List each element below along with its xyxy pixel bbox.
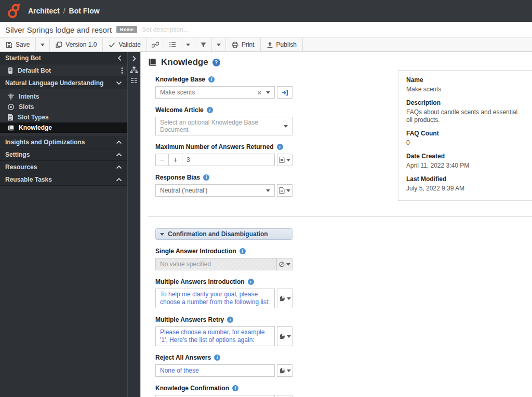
single-answer-mode-button[interactable] (277, 258, 292, 270)
save-icon (6, 42, 12, 48)
max-answers-input[interactable]: 3 (182, 154, 275, 166)
sidebar-section-resources[interactable]: Resources (0, 161, 127, 173)
response-bias-select[interactable]: Neutral ('neutral') (155, 184, 275, 197)
home-badge: Home (116, 26, 137, 33)
decrement-button[interactable]: − (155, 154, 169, 166)
info-icon[interactable]: i (203, 174, 209, 181)
info-label: Last Modified (406, 175, 525, 183)
filter-menu-button[interactable] (212, 38, 226, 51)
list-menu-button[interactable] (181, 38, 195, 51)
info-icon[interactable]: i (207, 107, 213, 113)
chevron-down-icon (287, 369, 291, 372)
info-icon[interactable]: i (240, 248, 246, 254)
copy-link-button[interactable] (147, 38, 164, 51)
info-value: Make scents (406, 86, 525, 93)
chevron-up-icon (116, 140, 122, 144)
info-icon[interactable]: i (248, 279, 254, 285)
book-icon (148, 58, 157, 66)
sidebar-section-settings[interactable]: Settings (0, 148, 127, 161)
welcome-article-select[interactable]: Select an optional Knowledge Base Docume… (155, 117, 292, 135)
app-name[interactable]: Architect (28, 7, 60, 15)
chevron-up-icon (116, 153, 122, 157)
sidebar: Starting Bot Default Bot Natural Languag… (0, 52, 127, 397)
reject-all-label: Reject All Answers i (155, 354, 292, 361)
confirmation-section-header[interactable]: Confirmation and Disambiguation (155, 228, 292, 240)
multiple-intro-field[interactable]: To help me clarify your goal, please cho… (155, 289, 275, 308)
list-view-button[interactable] (164, 38, 181, 51)
set-description-link[interactable]: Set description... (142, 26, 188, 33)
single-answer-field[interactable]: No value specified (155, 258, 277, 270)
go-to-icon (281, 89, 288, 96)
flow-title-bar: Silver Springs lodge and resort Home Set… (0, 22, 532, 38)
chevron-down-icon (286, 159, 290, 161)
help-icon[interactable]: ? (212, 59, 220, 66)
multiple-intro-mode-button[interactable] (277, 289, 292, 308)
org-chart-icon[interactable] (130, 66, 138, 74)
info-icon[interactable]: i (232, 385, 238, 391)
chevron-down-icon (286, 189, 290, 192)
expand-panel-button[interactable] (132, 56, 137, 62)
flow-title: Silver Springs lodge and resort (5, 25, 112, 34)
grid-icon[interactable] (131, 78, 137, 84)
response-bias-mode-button[interactable] (277, 184, 292, 197)
breadcrumb-separator: / (63, 7, 65, 15)
sidebar-item-slot-types[interactable]: Slot Types (0, 112, 127, 122)
kebab-menu-icon[interactable] (121, 67, 123, 74)
chevron-down-icon (266, 189, 270, 192)
panel-tools (130, 66, 138, 84)
max-answers-mode-button[interactable] (277, 154, 292, 166)
knowledge-base-select[interactable]: Make scents × (155, 86, 275, 99)
version-button[interactable]: Version 1.0 (50, 38, 103, 51)
filter-button[interactable] (195, 38, 212, 51)
breadcrumb-page: Bot Flow (69, 7, 100, 15)
save-button[interactable]: Save (0, 38, 36, 51)
chevron-down-icon (41, 44, 45, 46)
sidebar-section-reusable-tasks[interactable]: Reusable Tasks (0, 173, 127, 186)
validate-button[interactable]: Validate (103, 38, 147, 51)
print-button[interactable]: Print (226, 38, 261, 51)
sidebar-item-slots[interactable]: Slots (0, 102, 127, 112)
sidebar-section-nlu[interactable]: Natural Language Understanding (0, 77, 127, 89)
reject-all-mode-button[interactable] (277, 364, 292, 377)
section-divider (148, 216, 532, 217)
clear-icon[interactable]: × (257, 89, 261, 97)
chevron-up-icon (116, 177, 122, 182)
increment-button[interactable]: + (169, 154, 182, 166)
info-icon[interactable]: i (277, 144, 283, 150)
knowledge-form: Knowledge Base i Make scents × Welcome A (155, 76, 292, 197)
intents-icon (7, 93, 15, 100)
info-icon[interactable]: i (227, 317, 233, 323)
expression-doc-icon (279, 187, 285, 194)
info-label: FAQ Count (406, 130, 525, 137)
communicate-icon (279, 367, 285, 374)
info-value: April 11, 2022 3:40 PM (406, 162, 525, 170)
sidebar-item-knowledge[interactable]: Knowledge (0, 122, 127, 133)
communicate-icon (279, 333, 285, 339)
publish-button[interactable]: Publish (261, 38, 303, 51)
page-title: Knowledge (161, 57, 208, 67)
reject-all-field[interactable]: None of these (155, 364, 275, 377)
sidebar-section-insights[interactable]: Insights and Optimizations (0, 136, 127, 148)
info-label: Name (406, 76, 525, 84)
sidebar-item-default-bot[interactable]: Default Bot (0, 64, 127, 77)
info-icon[interactable]: i (214, 354, 220, 361)
chevron-down-icon (160, 233, 164, 236)
knowledge-confirmation-mode-button[interactable] (277, 395, 292, 397)
sidebar-section-starting-bot[interactable]: Starting Bot (0, 52, 127, 64)
save-menu-button[interactable] (36, 38, 50, 51)
knowledge-confirmation-label: Knowledge Confirmation i (155, 385, 292, 392)
multiple-retry-field[interactable]: Please choose a number, for example '1'.… (155, 326, 275, 346)
info-icon[interactable]: i (208, 76, 215, 83)
nlu-items: Intents Slots Slot Types (0, 89, 127, 136)
knowledge-confirmation-field: On Off (155, 395, 275, 397)
expression-doc-icon (279, 157, 285, 163)
info-value: 0 (406, 139, 525, 147)
book-icon (7, 125, 15, 131)
genesys-logo-icon (7, 3, 21, 19)
open-knowledge-base-button[interactable] (277, 86, 292, 99)
multiple-retry-mode-button[interactable] (277, 326, 292, 346)
info-value: July 5, 2022 9:39 AM (406, 185, 525, 193)
bot-icon (7, 67, 14, 74)
communicate-icon (279, 295, 285, 302)
sidebar-item-intents[interactable]: Intents (0, 91, 127, 102)
